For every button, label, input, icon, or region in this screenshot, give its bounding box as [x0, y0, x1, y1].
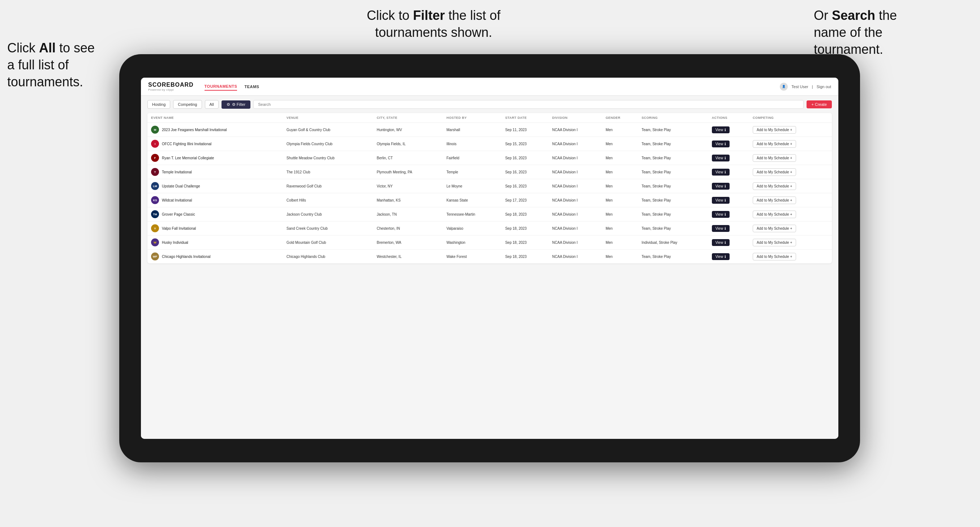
cell-venue: Olympia Fields Country Club	[283, 137, 373, 151]
cell-competing: Add to My Schedule +	[749, 221, 832, 235]
cell-start-date: Sep 18, 2023	[501, 249, 549, 264]
col-hosted-by: HOSTED BY	[443, 113, 501, 123]
nav-tournaments[interactable]: TOURNAMENTS	[205, 83, 237, 90]
cell-competing: Add to My Schedule +	[749, 249, 832, 264]
cell-scoring: Team, Stroke Play	[638, 193, 708, 207]
view-button[interactable]: View ℹ	[712, 126, 730, 133]
logo-area: SCOREBOARD Powered by clippi	[148, 82, 194, 91]
add-schedule-button[interactable]: Add to My Schedule +	[753, 183, 796, 190]
col-gender: GENDER	[602, 113, 638, 123]
view-button[interactable]: View ℹ	[712, 253, 730, 260]
cell-start-date: Sep 16, 2023	[501, 165, 549, 179]
add-schedule-button[interactable]: Add to My Schedule +	[753, 197, 796, 204]
cell-division: NCAA Division I	[549, 207, 602, 221]
cell-competing: Add to My Schedule +	[749, 165, 832, 179]
avatar: 👤	[780, 83, 788, 90]
cell-competing: Add to My Schedule +	[749, 151, 832, 165]
event-name-text: Husky Individual	[162, 241, 188, 244]
cell-competing: Add to My Schedule +	[749, 179, 832, 193]
cell-gender: Men	[602, 179, 638, 193]
all-tab[interactable]: All	[205, 100, 219, 109]
cell-division: NCAA Division I	[549, 193, 602, 207]
view-button[interactable]: View ℹ	[712, 239, 730, 246]
team-logo: T	[151, 168, 159, 176]
cell-city-state: Olympia Fields, IL	[373, 137, 443, 151]
cell-gender: Men	[602, 165, 638, 179]
table-row: LM Upstate Dual Challenge Ravenwood Golf…	[148, 179, 832, 193]
col-event-name: EVENT NAME	[148, 113, 283, 123]
filter-label: ⚙ Filter	[232, 102, 246, 107]
cell-division: NCAA Division I	[549, 165, 602, 179]
cell-gender: Men	[602, 151, 638, 165]
view-info-icon: ℹ	[724, 142, 726, 146]
event-name-text: Valpo Fall Invitational	[162, 227, 196, 230]
view-info-icon: ℹ	[724, 198, 726, 202]
create-button[interactable]: + Create	[807, 100, 832, 108]
search-input[interactable]	[253, 100, 803, 109]
cell-city-state: Huntington, WV	[373, 123, 443, 137]
cell-venue: Guyan Golf & Country Club	[283, 123, 373, 137]
team-logo: W	[151, 238, 159, 246]
view-button[interactable]: View ℹ	[712, 169, 730, 176]
cell-city-state: Bremerton, WA	[373, 235, 443, 249]
add-schedule-button[interactable]: Add to My Schedule +	[753, 140, 796, 148]
cell-competing: Add to My Schedule +	[749, 137, 832, 151]
cell-scoring: Team, Stroke Play	[638, 123, 708, 137]
content-area: Hosting Competing All ⚙ ⚙ Filter + Creat…	[141, 96, 838, 439]
col-city-state: CITY, STATE	[373, 113, 443, 123]
nav-teams[interactable]: TEAMS	[244, 83, 259, 90]
cell-city-state: Berlin, CT	[373, 151, 443, 165]
view-button[interactable]: View ℹ	[712, 211, 730, 218]
cell-city-state: Westchester, IL	[373, 249, 443, 264]
view-info-icon: ℹ	[724, 156, 726, 160]
cell-actions: View ℹ	[708, 193, 749, 207]
cell-division: NCAA Division I	[549, 179, 602, 193]
view-button[interactable]: View ℹ	[712, 141, 730, 148]
cell-event-name: TM Grover Page Classic	[148, 207, 283, 221]
table-row: M 2023 Joe Feaganes Marshall Invitationa…	[148, 123, 832, 137]
team-logo: TM	[151, 210, 159, 218]
cell-event-name: V Valpo Fall Invitational	[148, 221, 283, 235]
cell-scoring: Team, Stroke Play	[638, 207, 708, 221]
cell-division: NCAA Division I	[549, 151, 602, 165]
add-schedule-button[interactable]: Add to My Schedule +	[753, 154, 796, 162]
tournaments-table: EVENT NAME VENUE CITY, STATE HOSTED BY S…	[148, 113, 832, 264]
cell-scoring: Team, Stroke Play	[638, 179, 708, 193]
view-button[interactable]: View ℹ	[712, 183, 730, 190]
sign-out-link[interactable]: Sign out	[817, 84, 831, 89]
add-schedule-button[interactable]: Add to My Schedule +	[753, 253, 796, 260]
add-schedule-button[interactable]: Add to My Schedule +	[753, 225, 796, 232]
hosting-tab[interactable]: Hosting	[148, 100, 170, 109]
view-button[interactable]: View ℹ	[712, 155, 730, 162]
filter-button[interactable]: ⚙ ⚙ Filter	[221, 100, 251, 109]
col-scoring: SCORING	[638, 113, 708, 123]
team-logo: I	[151, 140, 159, 148]
cell-gender: Men	[602, 123, 638, 137]
add-schedule-button[interactable]: Add to My Schedule +	[753, 211, 796, 218]
cell-venue: Sand Creek Country Club	[283, 221, 373, 235]
cell-city-state: Chesterton, IN	[373, 221, 443, 235]
view-info-icon: ℹ	[724, 241, 726, 244]
cell-hosted-by: Illinois	[443, 137, 501, 151]
cell-scoring: Team, Stroke Play	[638, 249, 708, 264]
cell-competing: Add to My Schedule +	[749, 123, 832, 137]
view-button[interactable]: View ℹ	[712, 225, 730, 232]
view-button[interactable]: View ℹ	[712, 197, 730, 204]
cell-scoring: Team, Stroke Play	[638, 165, 708, 179]
cell-division: NCAA Division I	[549, 249, 602, 264]
col-competing: COMPETING	[749, 113, 832, 123]
annotation-all: Click All to seea full list oftournament…	[7, 40, 116, 90]
competing-tab[interactable]: Competing	[173, 100, 202, 109]
view-info-icon: ℹ	[724, 255, 726, 259]
cell-hosted-by: Temple	[443, 165, 501, 179]
add-schedule-button[interactable]: Add to My Schedule +	[753, 126, 796, 133]
cell-start-date: Sep 11, 2023	[501, 123, 549, 137]
cell-actions: View ℹ	[708, 179, 749, 193]
add-schedule-button[interactable]: Add to My Schedule +	[753, 239, 796, 246]
add-schedule-button[interactable]: Add to My Schedule +	[753, 168, 796, 176]
search-input-wrap	[253, 100, 803, 109]
event-name-text: Chicago Highlands Invitational	[162, 255, 211, 259]
cell-start-date: Sep 18, 2023	[501, 235, 549, 249]
cell-event-name: WF Chicago Highlands Invitational	[148, 249, 283, 264]
cell-actions: View ℹ	[708, 249, 749, 264]
